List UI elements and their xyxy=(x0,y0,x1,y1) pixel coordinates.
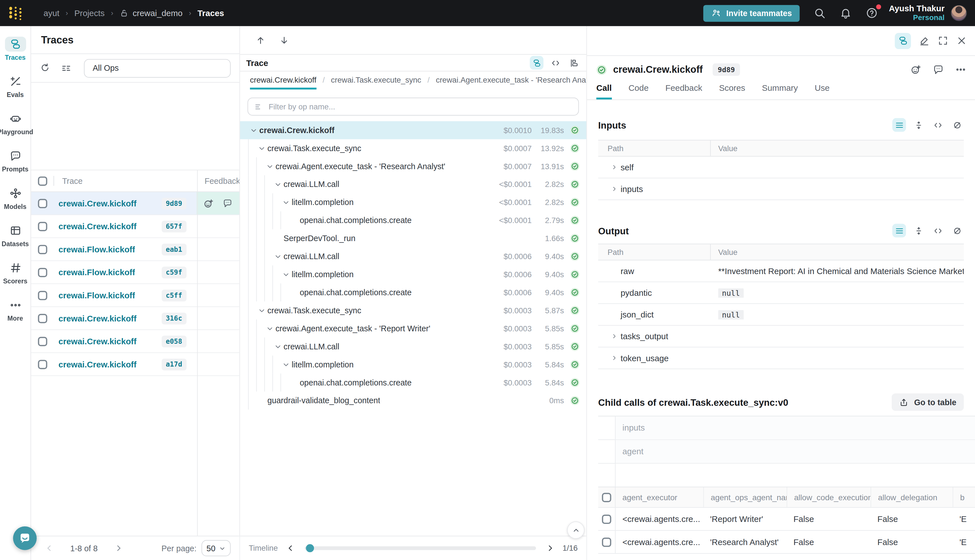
trace-op-name[interactable]: crewai.Crew.kickoff xyxy=(58,337,137,346)
add-reaction-icon[interactable] xyxy=(910,64,922,75)
hide-values-button[interactable] xyxy=(950,223,964,237)
tab-summary[interactable]: Summary xyxy=(762,83,798,99)
call-tree-row[interactable]: litellm.completion$0.00069.40s xyxy=(240,265,586,283)
edit-pencil-icon[interactable] xyxy=(919,35,930,46)
chevron-down-icon[interactable] xyxy=(272,342,284,351)
select-all-checkbox[interactable] xyxy=(38,176,47,185)
trace-op-name[interactable]: crewai.Flow.kickoff xyxy=(58,290,135,300)
kv-row[interactable]: self xyxy=(598,157,964,178)
trace-row[interactable]: crewai.Flow.kickoffc59f xyxy=(31,261,239,284)
sidebar-item-playground[interactable]: Playground xyxy=(0,112,30,148)
support-chat-button[interactable] xyxy=(13,527,37,550)
refresh-icon[interactable] xyxy=(40,63,50,73)
call-tree-row[interactable]: crewai.LLM.call$0.00069.40s xyxy=(240,247,586,265)
call-tree-row[interactable]: openai.chat.completions.create$0.00069.4… xyxy=(240,283,586,302)
sidebar-item-traces[interactable]: Traces xyxy=(0,37,30,74)
chevron-down-icon[interactable] xyxy=(280,198,292,207)
user-menu[interactable]: Ayush Thakur Personal xyxy=(889,4,945,22)
sidebar-item-scorers[interactable]: Scorers xyxy=(0,260,30,298)
code-view-button[interactable] xyxy=(931,223,945,237)
call-tree-row[interactable]: crewai.Task.execute_sync$0.00035.87s xyxy=(240,302,586,320)
tab-scores[interactable]: Scores xyxy=(719,83,745,99)
select-all-checkbox[interactable] xyxy=(602,493,611,502)
chevron-down-icon[interactable] xyxy=(280,270,292,279)
trace-row[interactable]: crewai.Crew.kickoffe058 xyxy=(31,330,239,353)
row-checkbox[interactable] xyxy=(38,313,47,323)
timeline-slider[interactable] xyxy=(305,546,536,550)
page-next-icon[interactable] xyxy=(115,544,123,553)
add-reaction-icon[interactable] xyxy=(204,198,214,208)
trace-row[interactable]: crewai.Crew.kickoff657f xyxy=(31,215,239,238)
trace-op-name[interactable]: crewai.Flow.kickoff xyxy=(58,245,135,254)
kv-row[interactable]: tasks_output xyxy=(598,326,964,347)
breadcrumb-project[interactable]: crewai_demo xyxy=(133,8,182,18)
trace-view-icon[interactable] xyxy=(895,33,911,49)
trace-row[interactable]: crewai.Crew.kickoff9d89 xyxy=(31,192,239,215)
row-checkbox[interactable] xyxy=(38,290,47,300)
call-tree-row[interactable]: guardrail-validate_blog_content0ms xyxy=(240,392,586,410)
sidebar-item-more[interactable]: More xyxy=(0,298,30,335)
invite-teammates-button[interactable]: Invite teammates xyxy=(703,5,800,22)
call-tree-row[interactable]: litellm.completion$0.00035.84s xyxy=(240,355,586,373)
tree-view-icon[interactable] xyxy=(530,56,543,69)
chevron-down-icon[interactable] xyxy=(272,252,284,261)
chevron-right-icon[interactable] xyxy=(608,332,620,340)
call-tree-row[interactable]: SerperDevTool._run1.66s xyxy=(240,229,586,247)
arrow-up-icon[interactable] xyxy=(255,35,265,45)
column-header-allow_code_execution[interactable]: allow_code_execution xyxy=(786,487,871,507)
chevron-down-icon[interactable] xyxy=(264,324,275,333)
trace-row[interactable]: crewai.Crew.kickoffa17d xyxy=(31,353,239,376)
column-header-agent_ops_agent_nan[interactable]: agent_ops_agent_nan xyxy=(703,487,786,507)
comment-icon[interactable] xyxy=(933,64,944,75)
column-header-allow_delegation[interactable]: allow_delegation xyxy=(871,487,953,507)
column-header-agent_executor[interactable]: agent_executor xyxy=(616,487,703,507)
close-icon[interactable] xyxy=(957,35,967,46)
row-checkbox[interactable] xyxy=(38,198,47,208)
feedback-column-header[interactable]: Feedback xyxy=(196,176,239,185)
trace-op-name[interactable]: crewai.Crew.kickoff xyxy=(58,222,137,231)
call-tree-row[interactable]: crewai.Task.execute_sync$0.000713.92s xyxy=(240,139,586,157)
fullscreen-icon[interactable] xyxy=(938,35,948,46)
call-tree-row[interactable]: crewai.Agent.execute_task - 'Research An… xyxy=(240,157,586,175)
trace-op-name[interactable]: crewai.Flow.kickoff xyxy=(58,268,135,277)
child-call-row[interactable]: <crewai.agents.cre...'Research Analyst'F… xyxy=(598,531,975,554)
code-view-icon[interactable] xyxy=(548,56,562,69)
trace-row[interactable]: crewai.Flow.kickoffeab1 xyxy=(31,238,239,261)
trace-op-name[interactable]: crewai.Crew.kickoff xyxy=(58,198,137,208)
trace-path-tab[interactable]: crewai.Agent.execute_task - 'Research An… xyxy=(436,76,586,88)
list-view-button[interactable] xyxy=(892,118,906,132)
columns-settings-icon[interactable] xyxy=(61,63,72,73)
op-name-filter-input[interactable] xyxy=(269,102,572,111)
call-tree-row[interactable]: crewai.Agent.execute_task - 'Report Writ… xyxy=(240,320,586,338)
more-options-icon[interactable] xyxy=(955,64,966,75)
notifications-bell-icon[interactable] xyxy=(840,7,852,19)
row-checkbox[interactable] xyxy=(602,537,611,547)
go-to-table-button[interactable]: Go to table xyxy=(892,393,964,411)
expand-rows-button[interactable] xyxy=(912,118,925,132)
chevron-down-icon[interactable] xyxy=(256,144,267,153)
wandb-logo-icon[interactable] xyxy=(8,6,24,21)
page-prev-icon[interactable] xyxy=(45,544,53,553)
call-tree-row[interactable]: crewai.LLM.call<$0.00012.82s xyxy=(240,175,586,193)
expand-rows-button[interactable] xyxy=(912,223,925,237)
op-filter-select[interactable]: All Ops xyxy=(84,58,231,77)
sidebar-item-datasets[interactable]: Datasets xyxy=(0,223,30,260)
chevron-down-icon[interactable] xyxy=(248,126,259,135)
chevron-down-icon[interactable] xyxy=(256,306,267,315)
sidebar-item-evals[interactable]: Evals xyxy=(0,74,30,111)
arrow-down-icon[interactable] xyxy=(279,35,289,45)
avatar[interactable] xyxy=(951,5,967,21)
trace-row[interactable]: crewai.Flow.kickoffc5ff xyxy=(31,284,239,307)
chevron-right-icon[interactable] xyxy=(608,163,620,171)
collapse-timeline-button[interactable] xyxy=(567,522,584,539)
chevron-right-icon[interactable] xyxy=(608,185,620,193)
row-checkbox[interactable] xyxy=(38,245,47,254)
call-tree-row[interactable]: openai.chat.completions.create<$0.00012.… xyxy=(240,211,586,229)
sidebar-item-prompts[interactable]: Prompts xyxy=(0,148,30,186)
row-checkbox[interactable] xyxy=(38,337,47,346)
sidebar-item-models[interactable]: Models xyxy=(0,186,30,223)
tab-code[interactable]: Code xyxy=(629,83,649,99)
flame-graph-icon[interactable] xyxy=(567,56,581,69)
trace-path-tab[interactable]: crewai.Task.execute_sync xyxy=(331,76,421,88)
code-view-button[interactable] xyxy=(931,118,945,132)
